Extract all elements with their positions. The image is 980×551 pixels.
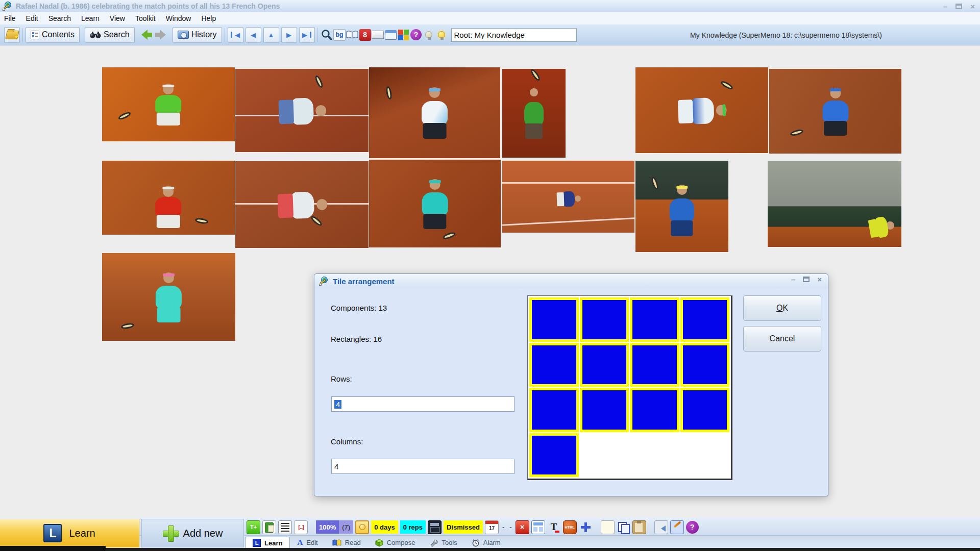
dictionary-button[interactable]: [346, 29, 359, 41]
cancel-button[interactable]: Cancel: [743, 326, 821, 352]
tile-grid-preview: [527, 295, 732, 480]
minimize-button[interactable]: –: [943, 3, 947, 10]
photo-tile[interactable]: [235, 69, 369, 152]
element-display-button[interactable]: [428, 520, 442, 534]
close-button[interactable]: ×: [970, 3, 975, 10]
bottom-left-edge: [0, 546, 106, 551]
nav-previous-button[interactable]: ◀: [246, 27, 261, 43]
nav-next-button[interactable]: ▶: [281, 27, 297, 43]
grid-tile: [580, 343, 629, 387]
nav-last-button[interactable]: ▶: [299, 27, 315, 43]
menu-learn[interactable]: Learn: [76, 12, 105, 24]
lightbulb-bright-button[interactable]: [435, 29, 448, 41]
photo-tile[interactable]: [369, 67, 500, 158]
nav-first-button[interactable]: ◀: [228, 27, 243, 43]
grid-tile: [529, 388, 579, 432]
search-button[interactable]: Search: [85, 27, 135, 43]
grid-tile: [680, 388, 730, 432]
copy-button[interactable]: [617, 520, 630, 534]
book-icon: [346, 31, 358, 39]
forward-button[interactable]: [155, 30, 166, 40]
html-button[interactable]: HTML: [563, 520, 577, 534]
tab-alarm[interactable]: Alarm: [464, 537, 508, 548]
photo-tile[interactable]: [102, 67, 235, 141]
help-bottom-button[interactable]: ?: [686, 521, 699, 534]
calendar-button[interactable]: 17: [485, 520, 499, 534]
menu-edit[interactable]: Edit: [21, 12, 43, 24]
interval-badge[interactable]: 0 days: [371, 520, 398, 534]
rectangles-label: Rectangles: 16: [331, 335, 382, 343]
status-badge[interactable]: Dismissed: [444, 520, 483, 534]
element-window-button[interactable]: [384, 29, 397, 41]
photo-tile[interactable]: [235, 161, 369, 248]
restore-icon[interactable]: [955, 4, 962, 9]
email-button[interactable]: [372, 29, 384, 41]
learn-button[interactable]: L Learn: [0, 519, 139, 547]
photo-tile[interactable]: [369, 160, 501, 247]
menu-view[interactable]: View: [105, 12, 130, 24]
add-text-button[interactable]: T+: [247, 520, 260, 534]
menu-help[interactable]: Help: [196, 12, 221, 24]
history-button[interactable]: History: [173, 27, 222, 43]
lightbulb-dim-button[interactable]: [423, 29, 435, 41]
tab-tools[interactable]: Tools: [422, 537, 464, 548]
dialog-restore-button[interactable]: [803, 277, 810, 282]
dialog-close-button[interactable]: ×: [817, 275, 822, 284]
menu-search[interactable]: Search: [43, 12, 76, 24]
reference-button[interactable]: [...]: [294, 520, 308, 534]
nav-parent-button[interactable]: ▲: [263, 27, 279, 43]
calendar-day: 17: [489, 525, 495, 531]
tab-edit[interactable]: A Edit: [290, 537, 325, 548]
photo-tile[interactable]: [635, 67, 768, 153]
photo-tile[interactable]: [102, 253, 235, 341]
grid-tile: [630, 388, 679, 432]
photo-tile[interactable]: [769, 69, 901, 154]
tab-read[interactable]: Read: [325, 537, 368, 548]
outline-button[interactable]: [278, 520, 292, 534]
delete-element-button[interactable]: ×: [516, 520, 529, 534]
dash-label: -: [508, 520, 513, 534]
menu-toolkit[interactable]: Toolkit: [130, 12, 161, 24]
translate-button[interactable]: bg: [333, 29, 346, 41]
photo-tile[interactable]: [502, 161, 634, 233]
tab-compose[interactable]: Compose: [368, 537, 423, 548]
edit-notes-button[interactable]: [670, 520, 684, 534]
new-page-button[interactable]: [601, 520, 615, 534]
columns-label: Columns:: [331, 437, 363, 446]
help-button[interactable]: ?: [410, 29, 423, 41]
font-button[interactable]: T: [547, 520, 561, 534]
read-book-icon: [332, 539, 341, 546]
search-texts-button[interactable]: [321, 29, 333, 41]
columns-input[interactable]: 4: [331, 459, 514, 474]
repetitions-badge[interactable]: 0 reps: [400, 520, 426, 534]
photo-tile[interactable]: [768, 161, 901, 247]
retention-badge[interactable]: 100%: [316, 520, 339, 534]
back-button[interactable]: [141, 30, 152, 40]
dialog-title-bar[interactable]: Tile arrangement – ×: [314, 274, 828, 288]
tab-learn[interactable]: L Learn: [245, 537, 290, 548]
photo-tile[interactable]: [102, 161, 235, 235]
menu-file[interactable]: File: [0, 12, 21, 24]
priority-bulb-button[interactable]: [355, 520, 369, 534]
open-collection-button[interactable]: ★: [4, 27, 20, 43]
menu-window[interactable]: Window: [161, 12, 197, 24]
ok-button[interactable]: OK: [743, 295, 821, 321]
photo-tile[interactable]: [502, 69, 566, 158]
grid-tile: [529, 433, 579, 478]
photo-tile[interactable]: [635, 161, 728, 252]
retention-count-badge[interactable]: (7): [339, 520, 353, 534]
windows-button[interactable]: [397, 29, 410, 41]
root-path-field[interactable]: Root: My Knowledge: [451, 28, 577, 42]
dialog-minimize-button[interactable]: –: [791, 275, 795, 284]
rows-input[interactable]: 4: [331, 396, 514, 412]
clipboard-button[interactable]: [632, 520, 646, 534]
paste-component-button[interactable]: [262, 520, 276, 534]
google-button[interactable]: 8: [359, 29, 372, 41]
import-button[interactable]: [654, 520, 668, 534]
supermemo-window: Rafael Nadal (b. 1986) celebrating the m…: [0, 0, 980, 551]
add-new-button[interactable]: Add new: [141, 519, 244, 547]
center-component-button[interactable]: [579, 520, 593, 534]
contents-button[interactable]: Contents: [26, 27, 80, 43]
rows-label: Rows:: [331, 374, 352, 383]
layout-button[interactable]: [531, 520, 545, 534]
